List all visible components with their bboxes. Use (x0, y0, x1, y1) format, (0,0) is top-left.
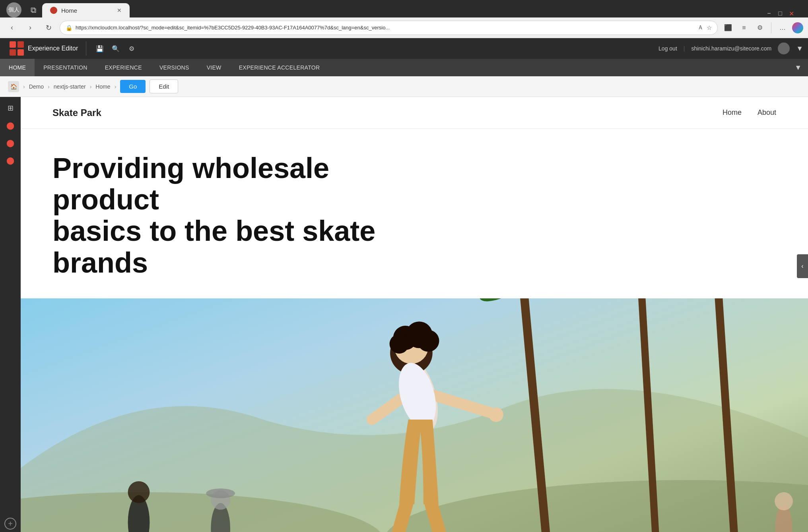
hero-image (21, 298, 808, 532)
toolbar-logo: Experience Editor (5, 41, 83, 56)
site-title: Skate Park (52, 107, 101, 118)
menu-bar: HOME PRESENTATION EXPERIENCE VERSIONS VI… (0, 59, 808, 76)
back-btn[interactable]: ‹ (5, 21, 19, 35)
sidebar-add-btn[interactable]: + (4, 518, 16, 530)
hero-headline-line1: Providing wholesale product (52, 152, 329, 215)
minimize-btn[interactable]: − (765, 10, 773, 17)
extensions-btn[interactable]: ⬛ (722, 21, 734, 34)
nav-home[interactable]: Home (723, 108, 742, 117)
toolbar-user-avatar[interactable] (778, 43, 790, 54)
address-bar-row: ‹ › ↻ 🔒 https://xmcloudcm.localhost/?sc_… (0, 17, 808, 38)
divider (771, 22, 771, 33)
new-tab-btn[interactable]: ⧉ (26, 3, 41, 17)
reload-btn[interactable]: ↻ (41, 21, 56, 35)
right-sidebar-toggle[interactable]: ‹ (797, 254, 808, 278)
tab-bar: 個人 ⧉ Home ✕ − □ ✕ (0, 0, 808, 17)
url-text: https://xmcloudcm.localhost/?sc_mode=edi… (76, 25, 694, 31)
hero-headline: Providing wholesale product basics to th… (52, 153, 410, 279)
read-aloud-icon[interactable]: Ａ (697, 24, 703, 31)
page-content: Skate Park Home About Providing wholesal… (21, 97, 808, 532)
site-header: Skate Park Home About (21, 97, 808, 129)
more-btn[interactable]: … (776, 21, 789, 34)
breadcrumb-demo[interactable]: Demo (29, 83, 44, 90)
main-layout: ⊞ ⬤ ⬤ ⬤ + Skate Park Home About Providin… (0, 97, 808, 532)
breadcrumb-sep-3: › (115, 83, 117, 90)
share-icon-btn[interactable]: ⚙ (124, 41, 139, 56)
nav-about[interactable]: About (758, 108, 776, 117)
breadcrumb-home[interactable]: Home (95, 83, 110, 90)
user-avatar[interactable]: 個人 (6, 2, 21, 17)
hero-headline-line2: basics to the best skate brands (52, 215, 375, 278)
logo-sq3 (10, 49, 16, 56)
user-email: shinichi.haramizu@sitecore.com (691, 45, 771, 52)
edit-button[interactable]: Edit (150, 79, 178, 93)
toolbar-icons: 💾 🔍 ⚙ (89, 41, 142, 56)
close-btn[interactable]: ✕ (787, 10, 795, 17)
menu-item-versions[interactable]: VERSIONS (151, 59, 198, 76)
experience-editor-toolbar: Experience Editor 💾 🔍 ⚙ Log out | shinic… (0, 38, 808, 59)
toolbar-expand-btn[interactable]: ▼ (796, 44, 803, 53)
breadcrumb-sep-2: › (90, 83, 92, 90)
sidebar-icon-1[interactable]: ⬤ (3, 118, 17, 133)
menu-item-experience[interactable]: EXPERIENCE (96, 59, 151, 76)
maximize-btn[interactable]: □ (776, 10, 784, 17)
bookmark-icon[interactable]: ☆ (707, 24, 712, 31)
svg-point-36 (206, 488, 235, 498)
svg-point-38 (775, 492, 793, 510)
address-field[interactable]: 🔒 https://xmcloudcm.localhost/?sc_mode=e… (60, 21, 718, 35)
browser-chrome: 個人 ⧉ Home ✕ − □ ✕ ‹ › ↻ 🔒 https://xmclou… (0, 0, 808, 38)
menu-item-experience-accelerator[interactable]: EXPERIENCE ACCELERATOR (230, 59, 329, 76)
logout-btn[interactable]: Log out (658, 45, 677, 52)
settings-btn[interactable]: ⚙ (754, 21, 766, 34)
browser-tab-home[interactable]: Home ✕ (42, 3, 130, 17)
logo-sq1 (10, 41, 16, 48)
hero-section: Providing wholesale product basics to th… (21, 129, 808, 298)
search-icon-btn[interactable]: 🔍 (109, 41, 123, 56)
svg-point-33 (128, 481, 150, 503)
app-name: Experience Editor (28, 45, 78, 52)
svg-point-6 (506, 298, 571, 302)
menu-item-view[interactable]: VIEW (198, 59, 230, 76)
breadcrumb-sep-1: › (48, 83, 50, 90)
breadcrumb-sep-0: › (23, 83, 25, 90)
sitecore-logo (10, 41, 24, 56)
toolbar-right: Log out | shinichi.haramizu@sitecore.com… (658, 43, 803, 54)
menu-collapse-btn[interactable]: ▼ (794, 64, 802, 72)
tab-close-btn[interactable]: ✕ (117, 7, 122, 14)
forward-btn[interactable]: › (23, 21, 37, 35)
breadcrumb-nextjs-starter[interactable]: nextjs-starter (54, 83, 86, 90)
breadcrumb-home-icon: 🏠 (8, 81, 19, 92)
breadcrumb-bar: 🏠 › Demo › nextjs-starter › Home › Go Ed… (0, 76, 808, 97)
sidebar-btn[interactable]: ≡ (738, 21, 750, 34)
site-nav: Home About (723, 108, 776, 117)
left-sidebar: ⊞ ⬤ ⬤ ⬤ + (0, 97, 21, 532)
save-icon-btn[interactable]: 💾 (93, 41, 107, 56)
palm-trees-decoration (21, 298, 808, 532)
sidebar-icon-0[interactable]: ⊞ (3, 101, 17, 115)
toolbar-divider (86, 41, 86, 56)
menu-bar-right: ▼ (794, 59, 808, 76)
logo-sq4 (17, 49, 24, 56)
svg-point-22 (418, 330, 439, 352)
svg-point-25 (489, 407, 503, 422)
lock-icon: 🔒 (66, 25, 72, 31)
menu-item-home[interactable]: HOME (0, 59, 35, 76)
sidebar-icon-2[interactable]: ⬤ (3, 136, 17, 150)
logo-sq2 (17, 41, 24, 48)
tab-favicon (50, 7, 57, 14)
menu-item-presentation[interactable]: PRESENTATION (35, 59, 96, 76)
svg-point-23 (390, 334, 409, 354)
sidebar-icon-3[interactable]: ⬤ (3, 153, 17, 168)
tab-title: Home (61, 7, 77, 14)
go-button[interactable]: Go (120, 80, 146, 93)
address-bar-actions: ⬛ ≡ ⚙ … (722, 21, 803, 34)
profile-circle[interactable] (792, 22, 803, 33)
svg-point-3 (474, 298, 549, 309)
